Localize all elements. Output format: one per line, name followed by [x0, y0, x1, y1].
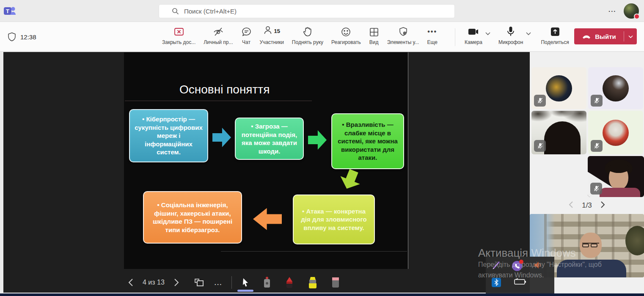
camera-button[interactable]: Камера [465, 25, 482, 45]
system-tray-flyout [486, 257, 554, 293]
chat-icon [241, 25, 252, 37]
toolbar-divider [455, 28, 455, 46]
participant-avatar [546, 75, 572, 101]
mic-muted-icon [590, 183, 602, 195]
search-placeholder: Поиск (Ctrl+Alt+E) [184, 8, 237, 15]
presence-busy-badge [634, 14, 640, 19]
slide-box-social-engineering: • Соціальна інженерія, фішинг, хакерські… [143, 191, 242, 244]
stylus-pen-icon[interactable] [491, 260, 501, 272]
search-icon [172, 8, 179, 15]
meeting-controls: Закрыть дос... Личный пр... Чат [162, 25, 438, 45]
slide-canvas: Основні поняття • Кіберпростір — сукупні… [124, 52, 408, 269]
slide-box-cyberspace: • Кіберпростір — сукупність цифрових мер… [129, 109, 208, 162]
view-button[interactable]: Вид [369, 25, 379, 45]
microphone-options-chevron[interactable] [526, 30, 531, 37]
teams-logo-icon[interactable]: T [3, 5, 16, 17]
meeting-elements-button[interactable]: Элементы у... [387, 25, 419, 45]
search-input[interactable]: Поиск (Ctrl+Alt+E) [159, 4, 455, 18]
leave-options-chevron[interactable] [624, 35, 637, 38]
viber-icon[interactable] [512, 261, 522, 271]
mic-muted-icon [591, 95, 603, 107]
camera-options-chevron[interactable] [485, 30, 491, 37]
active-tool-indicator [237, 290, 253, 292]
bluetooth-icon[interactable] [492, 278, 501, 287]
slide-title: Основні поняття [179, 83, 270, 96]
participant-avatar [603, 75, 629, 101]
participant-tile[interactable] [531, 67, 586, 109]
leave-button[interactable]: Выйти [574, 28, 637, 44]
camera-icon [468, 25, 479, 37]
slide-box-attack: • Атака — конкретна дія для зловмисного … [293, 195, 375, 244]
slide-footer-line [221, 251, 407, 252]
participant-tile[interactable] [588, 67, 643, 109]
participants-button[interactable]: 15 Участники [260, 25, 284, 45]
next-slide-button[interactable] [174, 278, 179, 287]
flow-arrow-left [253, 208, 282, 230]
battery-icon[interactable] [514, 278, 526, 287]
more-icon: ••• [427, 25, 437, 37]
hangup-icon [582, 34, 591, 39]
notification-dot [519, 260, 523, 264]
participant-tile[interactable] [588, 111, 643, 154]
people-icon [263, 25, 272, 37]
slide-grid-icon[interactable] [194, 277, 205, 288]
raise-hand-icon [303, 25, 313, 37]
react-icon [341, 25, 351, 37]
leave-label: Выйти [595, 33, 616, 40]
participants-pagination: 1/3 [530, 201, 644, 210]
deck-more-button[interactable]: ... [215, 279, 223, 286]
share-icon [550, 25, 561, 37]
private-view-button[interactable]: Личный пр... [204, 25, 233, 45]
microphone-icon [506, 25, 515, 37]
deck-toolbar: 4 из 13 ... [128, 273, 340, 292]
chat-button[interactable]: Чат [241, 25, 252, 45]
eye-off-icon [212, 25, 224, 37]
av-controls: Камера Микрофон Поделиться [465, 25, 569, 45]
volume-icon[interactable] [533, 261, 542, 271]
avatar[interactable] [624, 3, 639, 19]
participant-tile[interactable] [588, 156, 644, 197]
close-share-button[interactable]: Закрыть дос... [162, 25, 195, 45]
raise-hand-button[interactable]: Поднять руку [292, 25, 323, 45]
meeting-timer: 12:38 [8, 32, 36, 41]
participant-avatar [603, 120, 629, 146]
highlighter-tool[interactable] [307, 277, 318, 288]
participants-count: 15 [274, 28, 280, 34]
svg-text:T: T [6, 8, 9, 14]
timer-value: 12:38 [20, 33, 36, 41]
mic-muted-icon [534, 95, 546, 107]
laser-pointer-tool[interactable] [262, 277, 272, 288]
previous-slide-button[interactable] [128, 278, 133, 287]
close-share-icon [173, 25, 184, 37]
pagination-label: 1/3 [582, 201, 592, 210]
pagination-next-button[interactable] [600, 201, 605, 210]
eraser-tool[interactable] [331, 277, 340, 288]
taskbar-edge [0, 293, 644, 296]
cursor-tool[interactable] [241, 277, 250, 288]
share-button[interactable]: Поделиться [541, 25, 569, 45]
slide-page-indicator: 4 из 13 [143, 279, 165, 286]
more-button[interactable]: ••• Еще [427, 25, 437, 45]
shield-icon [8, 32, 16, 41]
view-grid-icon [369, 25, 379, 37]
slide-box-vulnerability: • Вразливість — слабке місце в системі, … [331, 113, 404, 169]
pen-tool[interactable] [284, 277, 294, 288]
flow-arrow-right-1 [212, 128, 231, 147]
flow-arrow-down [337, 167, 364, 192]
shield-gear-icon [398, 25, 409, 37]
slide-box-threat: • Загроза — потенційна подія, яка може з… [235, 118, 304, 160]
teams-app-window: T Поиск (Ctrl+Alt+E) ... 12:38 Закры [0, 0, 644, 296]
microphone-button[interactable]: Микрофон [498, 25, 523, 45]
pagination-prev-button[interactable] [569, 201, 573, 210]
app-top-bar: T Поиск (Ctrl+Alt+E) ... [0, 0, 644, 22]
mic-muted-icon [534, 140, 546, 152]
mic-muted-icon [591, 140, 603, 152]
flow-arrow-right-2 [308, 130, 327, 150]
participant-tile[interactable] [531, 111, 586, 154]
title-underline [125, 101, 312, 101]
presentation-stage: Основні поняття • Кіберпростір — сукупні… [3, 52, 530, 293]
react-button[interactable]: Реагировать [331, 25, 361, 45]
topbar-more-button[interactable]: ... [608, 6, 616, 13]
meeting-toolbar: 12:38 Закрыть дос... Личный пр... Чат [0, 22, 644, 52]
